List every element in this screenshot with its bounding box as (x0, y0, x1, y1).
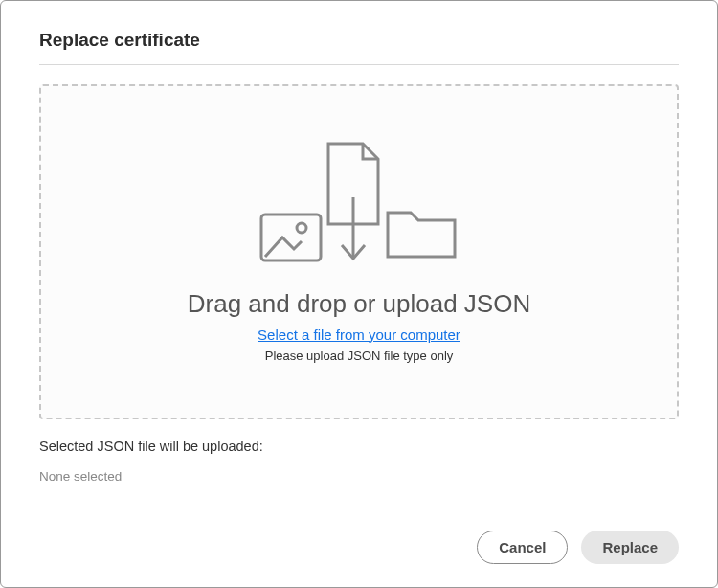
replace-button[interactable]: Replace (581, 531, 679, 564)
svg-rect-0 (261, 215, 321, 260)
svg-point-1 (297, 223, 306, 233)
dialog-title: Replace certificate (39, 30, 679, 65)
image-icon (259, 213, 323, 262)
select-file-link[interactable]: Select a file from your computer (258, 327, 460, 343)
selected-file-value: None selected (39, 469, 679, 484)
selected-file-label: Selected JSON file will be uploaded: (39, 439, 679, 454)
dropzone-icon-row (259, 142, 459, 262)
dialog-button-row: Cancel Replace (39, 531, 679, 564)
replace-certificate-dialog: Replace certificate Drag and drop or upl… (0, 0, 718, 588)
dropzone-heading: Drag and drop or upload JSON (188, 289, 530, 319)
document-upload-icon (315, 142, 392, 262)
dropzone-hint: Please upload JSON file type only (265, 349, 454, 363)
file-dropzone[interactable]: Drag and drop or upload JSON Select a fi… (39, 84, 679, 419)
folder-icon (384, 209, 459, 262)
cancel-button[interactable]: Cancel (477, 531, 568, 564)
